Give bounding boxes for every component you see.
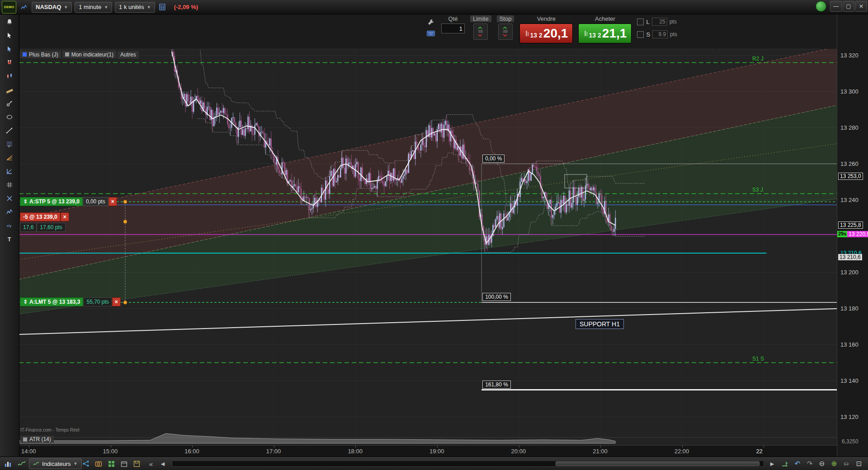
pnl-value: 17,6 — [20, 223, 37, 232]
fib-fan-icon[interactable] — [3, 152, 16, 164]
fullscreen-icon[interactable]: ⊡ — [854, 458, 864, 469]
patterns-icon[interactable] — [3, 70, 16, 82]
time-tick-mark — [29, 446, 29, 447]
angle-icon[interactable] — [3, 165, 16, 177]
pointer-icon[interactable] — [3, 43, 16, 55]
time-tick-mark — [192, 446, 193, 447]
minimize-button[interactable]: — — [830, 1, 842, 12]
stop-offset-checkbox[interactable] — [637, 31, 644, 38]
fib-161-label[interactable]: 161,80 % — [482, 381, 511, 389]
stop-offset-input[interactable] — [652, 30, 668, 38]
collapse-left-icon[interactable]: « — [146, 458, 156, 469]
price-axis[interactable]: 13 32013 30013 28013 26013 24013 20013 1… — [837, 14, 868, 456]
cancel-stop-icon[interactable]: × — [108, 197, 117, 206]
screenshot-icon[interactable] — [93, 458, 104, 469]
chart-search-icon[interactable] — [19, 2, 29, 12]
legend-color-square — [65, 52, 69, 56]
workspace-grid-icon[interactable] — [106, 458, 117, 469]
atr-legend-chip[interactable]: ATR (14) — [20, 436, 54, 443]
undo-icon[interactable]: ↶ — [792, 458, 803, 469]
magnet-icon[interactable] — [3, 57, 16, 69]
atr-axis-value: 6,3250 — [842, 438, 859, 445]
grid-icon[interactable] — [3, 179, 16, 191]
calendar-icon[interactable] — [118, 458, 129, 469]
stop-orderbook-icon[interactable] — [498, 24, 513, 40]
svg-text:x/y: x/y — [7, 224, 11, 228]
fib-0-label[interactable]: 0,00 % — [482, 155, 505, 163]
alert-bell-icon[interactable] — [3, 16, 16, 28]
chart-scrollbar-thumb[interactable] — [556, 461, 760, 466]
zoom-in-icon[interactable]: ⊕ — [829, 458, 840, 469]
limit-orderbook-icon[interactable] — [473, 24, 488, 40]
key-icon[interactable] — [3, 98, 16, 109]
keyboard-icon[interactable] — [426, 28, 436, 38]
ellipse-icon[interactable] — [3, 111, 16, 123]
zoom-selection-icon[interactable]: ▭ — [841, 458, 852, 469]
limit-offset-checkbox[interactable] — [637, 19, 644, 25]
line-icon[interactable] — [3, 125, 16, 136]
demo-badge: DEMO — [2, 1, 16, 14]
limit-order-label: A:LMT 5 @ 13 183,3 — [29, 297, 80, 306]
share-icon[interactable] — [80, 458, 91, 469]
position-tag[interactable]: -5 @ 13 239,0 × — [20, 212, 69, 221]
stop-header: Stop — [497, 15, 514, 22]
time-tick: 18:00 — [348, 448, 363, 455]
svg-text:T: T — [8, 236, 11, 243]
legend-label: Plus Bas (J) — [29, 51, 58, 59]
limit-header: Limite — [470, 15, 491, 22]
ruler-icon[interactable] — [3, 84, 16, 96]
qty-input[interactable] — [441, 24, 465, 33]
time-tick-mark — [355, 446, 356, 447]
chart-canvas[interactable]: ⇕ A:STP 5 @ 13 239,0 0,00 pts × -5 @ 13 … — [19, 49, 837, 445]
order-settings-wrench-icon[interactable] — [426, 17, 436, 27]
cursor-icon[interactable] — [3, 30, 16, 42]
stop-order-tag[interactable]: ⇕ A:STP 5 @ 13 239,0 0,00 pts × — [20, 197, 117, 206]
limit-offset-input[interactable] — [652, 18, 667, 26]
instrument-dropdown[interactable]: NASDAQ ▼ — [32, 2, 72, 13]
support-annotation[interactable]: SUPPORT H1 — [576, 319, 624, 329]
chart-style-icon[interactable] — [16, 458, 27, 469]
close-position-icon[interactable]: × — [61, 212, 69, 221]
auto-shift-icon[interactable] — [779, 458, 790, 469]
time-axis[interactable]: 14:0015:0016:0017:0018:0019:0020:0021:00… — [19, 445, 837, 457]
atr-color-square — [23, 437, 27, 442]
fib-100-label[interactable]: 100,00 % — [482, 293, 511, 301]
indicators-button[interactable]: Indicateurs ▼ — [29, 458, 82, 469]
stop-order-label: A:STP 5 @ 13 239,0 — [29, 197, 80, 206]
maximize-button[interactable]: ▢ — [843, 1, 854, 12]
xy-tool-icon[interactable]: x/y — [3, 220, 16, 231]
save-layout-icon[interactable] — [131, 458, 142, 469]
legend-item[interactable]: Autres — [118, 51, 139, 59]
redo-icon[interactable]: ↷ — [804, 458, 815, 469]
legend-item[interactable]: Plus Bas (J) — [20, 51, 61, 58]
scroll-left-icon[interactable]: ◀ — [157, 458, 168, 469]
time-tick-mark — [274, 446, 274, 447]
zigzag-icon[interactable] — [3, 206, 16, 218]
time-tick: 15:00 — [103, 448, 118, 455]
new-chart-icon[interactable] — [3, 458, 14, 469]
buy-button[interactable]: 13 2 21,1 — [578, 24, 632, 43]
close-button[interactable]: ✕ — [855, 1, 867, 12]
sell-button[interactable]: 13 2 20,1 — [519, 24, 573, 43]
pivot-s1-label: S1 S — [752, 356, 764, 362]
price-tick: 13 260 — [840, 160, 859, 167]
session-status-icon[interactable] — [816, 1, 826, 12]
legend-item[interactable]: Mon indicateur(1) — [62, 51, 116, 58]
time-tick-mark — [111, 446, 111, 447]
scroll-right-icon[interactable]: ▶ — [767, 458, 778, 469]
limit-order-tag[interactable]: ⇕ A:LMT 5 @ 13 183,3 55,70 pts × — [20, 297, 121, 306]
fib-retracement-icon[interactable]: F — [3, 138, 16, 150]
stop-offset-label: S — [646, 31, 650, 38]
chart-scrollbar[interactable] — [172, 461, 764, 467]
calculator-icon[interactable] — [158, 2, 168, 12]
price-tick: 13 280 — [840, 124, 859, 131]
quantity-dropdown[interactable]: 1 k unités ▼ — [115, 2, 155, 13]
zoom-out-icon[interactable]: ⊖ — [816, 458, 827, 469]
datafeed-watermark: IT-Finance.com - Temps Réel — [20, 428, 79, 432]
time-tick-mark — [600, 446, 601, 447]
text-tool-icon[interactable]: T — [3, 233, 16, 245]
cancel-limit-icon[interactable]: × — [112, 297, 121, 306]
timeframe-dropdown[interactable]: 1 minute ▼ — [75, 2, 112, 13]
cross-arrows-icon[interactable] — [3, 193, 16, 204]
indicator-wave-icon — [33, 461, 39, 467]
